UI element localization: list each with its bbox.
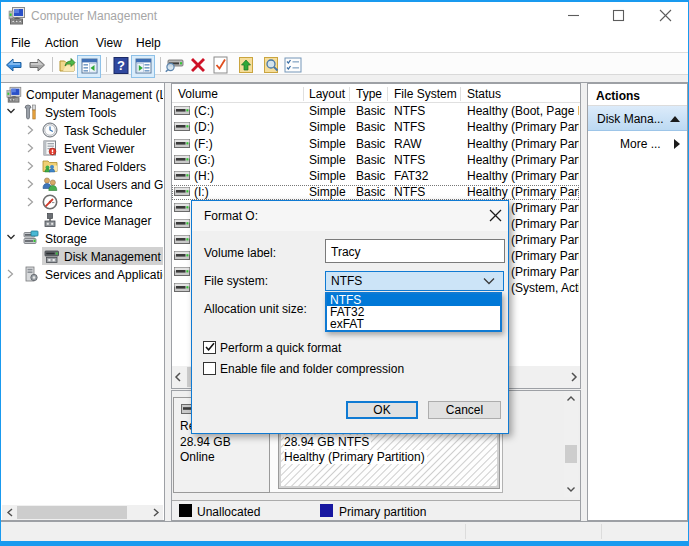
- svg-text:?: ?: [117, 58, 125, 73]
